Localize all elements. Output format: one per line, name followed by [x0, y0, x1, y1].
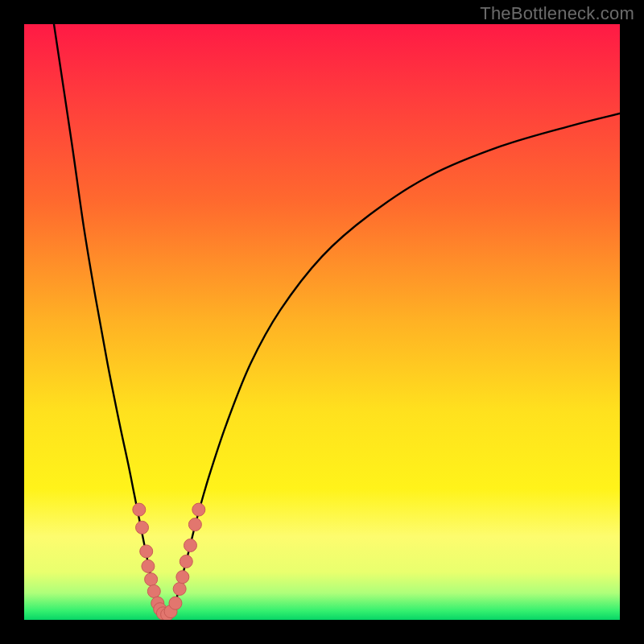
curve-right-branch	[174, 114, 620, 608]
data-dot	[184, 539, 196, 552]
curve-left-branch	[54, 24, 157, 608]
data-dots-group	[133, 503, 205, 620]
data-dot	[176, 571, 189, 584]
data-dot	[169, 597, 182, 609]
data-dot	[173, 583, 186, 596]
data-dot	[180, 555, 192, 568]
plot-area	[24, 24, 620, 620]
data-dot	[136, 521, 149, 534]
data-dot	[145, 573, 158, 586]
data-dot	[133, 503, 146, 516]
chart-svg	[24, 24, 620, 620]
data-dot	[188, 518, 201, 531]
data-dot	[147, 584, 160, 597]
data-dot	[142, 559, 155, 572]
watermark-text: TheBottleneck.com	[480, 3, 634, 24]
data-dot	[192, 503, 205, 516]
data-dot	[140, 545, 153, 558]
outer-frame: TheBottleneck.com	[0, 0, 644, 644]
